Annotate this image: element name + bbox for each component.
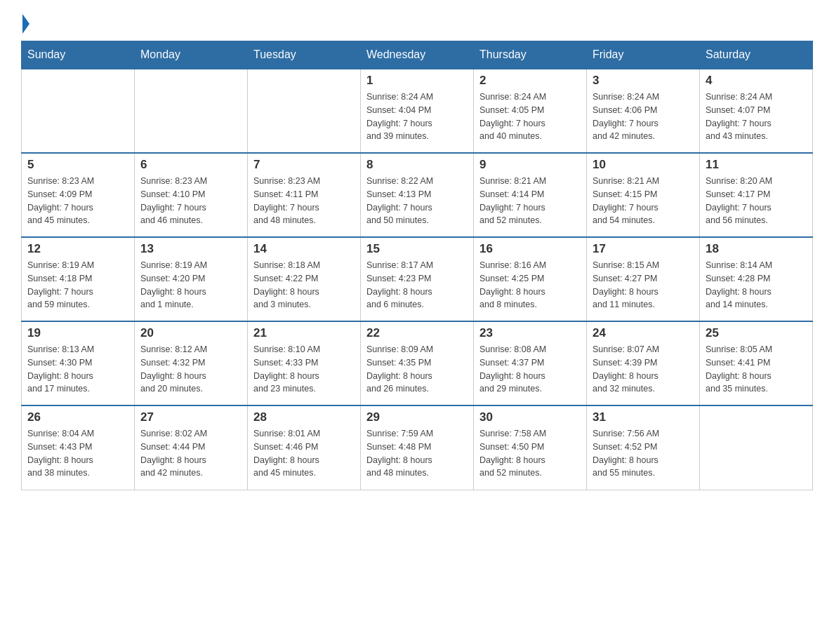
header-monday: Monday — [135, 41, 248, 69]
day-info: Sunrise: 8:24 AMSunset: 4:06 PMDaylight:… — [593, 90, 694, 143]
day-info: Sunrise: 8:24 AMSunset: 4:07 PMDaylight:… — [706, 90, 807, 143]
header-friday: Friday — [587, 41, 700, 69]
header-tuesday: Tuesday — [248, 41, 361, 69]
day-info: Sunrise: 8:20 AMSunset: 4:17 PMDaylight:… — [706, 175, 807, 227]
calendar-cell-1-5: 10Sunrise: 8:21 AMSunset: 4:15 PMDayligh… — [587, 153, 700, 237]
day-info: Sunrise: 7:58 AMSunset: 4:50 PMDaylight:… — [479, 427, 581, 480]
day-number: 30 — [479, 410, 581, 424]
day-number: 2 — [479, 74, 581, 88]
week-row-1: 1Sunrise: 8:24 AMSunset: 4:04 PMDaylight… — [22, 69, 813, 153]
day-number: 24 — [593, 326, 694, 340]
header-sunday: Sunday — [22, 41, 135, 69]
calendar-cell-4-6 — [700, 405, 813, 490]
day-number: 5 — [27, 158, 128, 172]
day-number: 6 — [140, 158, 241, 172]
day-info: Sunrise: 8:16 AMSunset: 4:25 PMDaylight:… — [479, 259, 581, 311]
day-info: Sunrise: 8:02 AMSunset: 4:44 PMDaylight:… — [140, 427, 241, 480]
day-info: Sunrise: 8:15 AMSunset: 4:27 PMDaylight:… — [593, 259, 694, 311]
day-number: 18 — [706, 242, 807, 256]
header-wednesday: Wednesday — [361, 41, 474, 69]
calendar-cell-1-1: 6Sunrise: 8:23 AMSunset: 4:10 PMDaylight… — [135, 153, 248, 237]
day-number: 8 — [366, 158, 468, 172]
day-info: Sunrise: 8:08 AMSunset: 4:37 PMDaylight:… — [479, 343, 581, 396]
week-row-3: 12Sunrise: 8:19 AMSunset: 4:18 PMDayligh… — [22, 237, 813, 321]
day-number: 10 — [593, 158, 694, 172]
calendar-cell-2-0: 12Sunrise: 8:19 AMSunset: 4:18 PMDayligh… — [22, 237, 135, 321]
calendar-cell-4-2: 28Sunrise: 8:01 AMSunset: 4:46 PMDayligh… — [248, 405, 361, 490]
calendar-cell-3-3: 22Sunrise: 8:09 AMSunset: 4:35 PMDayligh… — [361, 321, 474, 405]
day-info: Sunrise: 8:21 AMSunset: 4:14 PMDaylight:… — [479, 175, 581, 227]
logo — [21, 14, 31, 34]
header-thursday: Thursday — [474, 41, 587, 69]
calendar-cell-0-3: 1Sunrise: 8:24 AMSunset: 4:04 PMDaylight… — [361, 69, 474, 153]
day-info: Sunrise: 8:23 AMSunset: 4:11 PMDaylight:… — [253, 175, 355, 227]
calendar-cell-4-0: 26Sunrise: 8:04 AMSunset: 4:43 PMDayligh… — [22, 405, 135, 490]
calendar-cell-0-4: 2Sunrise: 8:24 AMSunset: 4:05 PMDaylight… — [474, 69, 587, 153]
header-saturday: Saturday — [700, 41, 813, 69]
calendar-cell-2-4: 16Sunrise: 8:16 AMSunset: 4:25 PMDayligh… — [474, 237, 587, 321]
day-info: Sunrise: 8:24 AMSunset: 4:05 PMDaylight:… — [479, 90, 581, 143]
day-info: Sunrise: 8:10 AMSunset: 4:33 PMDaylight:… — [253, 343, 355, 396]
week-row-5: 26Sunrise: 8:04 AMSunset: 4:43 PMDayligh… — [22, 405, 813, 490]
day-number: 26 — [27, 410, 128, 424]
calendar-cell-2-2: 14Sunrise: 8:18 AMSunset: 4:22 PMDayligh… — [248, 237, 361, 321]
day-number: 13 — [140, 242, 241, 256]
day-info: Sunrise: 8:13 AMSunset: 4:30 PMDaylight:… — [27, 343, 128, 396]
day-number: 19 — [27, 326, 128, 340]
day-number: 20 — [140, 326, 241, 340]
day-number: 14 — [253, 242, 355, 256]
day-info: Sunrise: 8:19 AMSunset: 4:20 PMDaylight:… — [140, 259, 241, 311]
day-info: Sunrise: 8:04 AMSunset: 4:43 PMDaylight:… — [27, 427, 128, 480]
day-info: Sunrise: 8:19 AMSunset: 4:18 PMDaylight:… — [27, 259, 128, 311]
day-number: 23 — [479, 326, 581, 340]
page-header — [21, 14, 813, 34]
calendar-cell-2-5: 17Sunrise: 8:15 AMSunset: 4:27 PMDayligh… — [587, 237, 700, 321]
day-info: Sunrise: 8:05 AMSunset: 4:41 PMDaylight:… — [706, 343, 807, 396]
day-info: Sunrise: 8:07 AMSunset: 4:39 PMDaylight:… — [593, 343, 694, 396]
day-number: 9 — [479, 158, 581, 172]
day-number: 28 — [253, 410, 355, 424]
calendar-table: SundayMondayTuesdayWednesdayThursdayFrid… — [21, 41, 813, 490]
calendar-cell-1-3: 8Sunrise: 8:22 AMSunset: 4:13 PMDaylight… — [361, 153, 474, 237]
day-info: Sunrise: 8:17 AMSunset: 4:23 PMDaylight:… — [366, 259, 468, 311]
calendar-cell-3-5: 24Sunrise: 8:07 AMSunset: 4:39 PMDayligh… — [587, 321, 700, 405]
day-number: 29 — [366, 410, 468, 424]
calendar-cell-3-2: 21Sunrise: 8:10 AMSunset: 4:33 PMDayligh… — [248, 321, 361, 405]
logo-triangle-icon — [22, 14, 29, 34]
day-info: Sunrise: 8:09 AMSunset: 4:35 PMDaylight:… — [366, 343, 468, 396]
calendar-cell-0-6: 4Sunrise: 8:24 AMSunset: 4:07 PMDaylight… — [700, 69, 813, 153]
day-info: Sunrise: 8:01 AMSunset: 4:46 PMDaylight:… — [253, 427, 355, 480]
day-number: 27 — [140, 410, 241, 424]
calendar-cell-1-0: 5Sunrise: 8:23 AMSunset: 4:09 PMDaylight… — [22, 153, 135, 237]
calendar-cell-4-4: 30Sunrise: 7:58 AMSunset: 4:50 PMDayligh… — [474, 405, 587, 490]
week-row-4: 19Sunrise: 8:13 AMSunset: 4:30 PMDayligh… — [22, 321, 813, 405]
calendar-cell-3-6: 25Sunrise: 8:05 AMSunset: 4:41 PMDayligh… — [700, 321, 813, 405]
week-row-2: 5Sunrise: 8:23 AMSunset: 4:09 PMDaylight… — [22, 153, 813, 237]
day-info: Sunrise: 7:56 AMSunset: 4:52 PMDaylight:… — [593, 427, 694, 480]
calendar-cell-4-5: 31Sunrise: 7:56 AMSunset: 4:52 PMDayligh… — [587, 405, 700, 490]
day-info: Sunrise: 8:21 AMSunset: 4:15 PMDaylight:… — [593, 175, 694, 227]
day-info: Sunrise: 8:23 AMSunset: 4:10 PMDaylight:… — [140, 175, 241, 227]
day-number: 12 — [27, 242, 128, 256]
day-info: Sunrise: 8:18 AMSunset: 4:22 PMDaylight:… — [253, 259, 355, 311]
calendar-cell-0-0 — [22, 69, 135, 153]
calendar-cell-0-1 — [135, 69, 248, 153]
day-info: Sunrise: 8:14 AMSunset: 4:28 PMDaylight:… — [706, 259, 807, 311]
calendar-cell-3-0: 19Sunrise: 8:13 AMSunset: 4:30 PMDayligh… — [22, 321, 135, 405]
calendar-cell-0-2 — [248, 69, 361, 153]
day-number: 4 — [706, 74, 807, 88]
day-number: 1 — [366, 74, 468, 88]
calendar-cell-3-4: 23Sunrise: 8:08 AMSunset: 4:37 PMDayligh… — [474, 321, 587, 405]
day-number: 15 — [366, 242, 468, 256]
calendar-cell-1-6: 11Sunrise: 8:20 AMSunset: 4:17 PMDayligh… — [700, 153, 813, 237]
day-number: 11 — [706, 158, 807, 172]
weekday-header-row: SundayMondayTuesdayWednesdayThursdayFrid… — [22, 41, 813, 69]
day-number: 3 — [593, 74, 694, 88]
day-number: 16 — [479, 242, 581, 256]
day-number: 21 — [253, 326, 355, 340]
calendar-cell-3-1: 20Sunrise: 8:12 AMSunset: 4:32 PMDayligh… — [135, 321, 248, 405]
calendar-cell-2-6: 18Sunrise: 8:14 AMSunset: 4:28 PMDayligh… — [700, 237, 813, 321]
calendar-cell-4-1: 27Sunrise: 8:02 AMSunset: 4:44 PMDayligh… — [135, 405, 248, 490]
day-info: Sunrise: 8:22 AMSunset: 4:13 PMDaylight:… — [366, 175, 468, 227]
calendar-cell-0-5: 3Sunrise: 8:24 AMSunset: 4:06 PMDaylight… — [587, 69, 700, 153]
